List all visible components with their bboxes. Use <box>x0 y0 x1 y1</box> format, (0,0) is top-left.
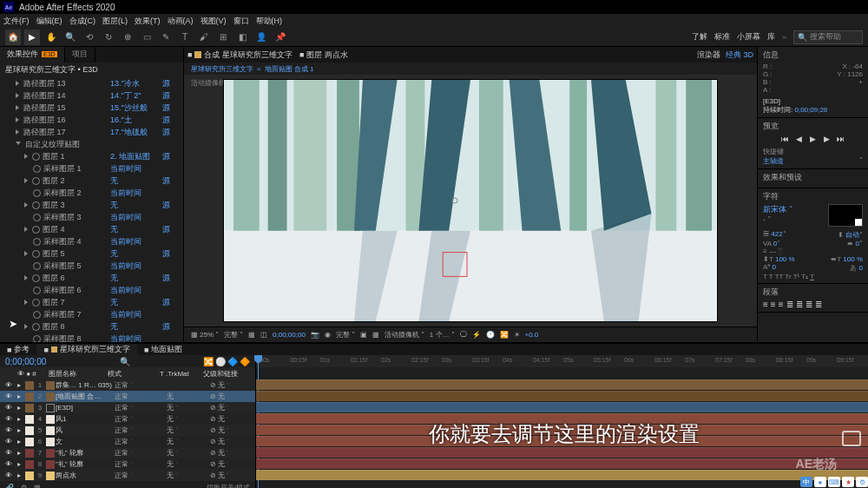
layer-row-2[interactable]: 👁▸2[地面贴图 合…正常˅无˅⊘ 无˅ <box>0 391 255 402</box>
prop-图层 2[interactable]: 图层 2无源 <box>0 175 183 187</box>
brush-tool[interactable]: 🖌 <box>196 30 212 45</box>
prop-图层 7[interactable]: 图层 7无源 <box>0 296 183 308</box>
menu-help[interactable]: 帮助(H) <box>256 16 283 27</box>
layer-row-3[interactable]: 👁▸3[E3D]正常˅无˅⊘ 无˅ <box>0 402 255 413</box>
prop-路径图层 13[interactable]: 路径图层 1313."冷水源 <box>0 77 183 89</box>
selection-tool[interactable]: ▶ <box>24 30 40 45</box>
quality-dropdown[interactable]: 完整 ˅ <box>336 330 355 340</box>
grid-toggle[interactable]: ▦ <box>248 331 255 339</box>
justify-center-btn[interactable]: ≣ <box>796 300 803 309</box>
fast-preview-btn[interactable]: ⚡ <box>472 331 481 339</box>
color-swatch[interactable] <box>828 204 863 227</box>
vscale[interactable]: 100 % <box>775 255 795 263</box>
comp-render[interactable] <box>223 79 718 322</box>
tl-opt4[interactable]: 🔶 <box>240 357 250 366</box>
ime-btn1[interactable]: ● <box>814 477 826 487</box>
viewer[interactable]: 活动摄像机 <box>184 75 757 326</box>
tracking[interactable]: 0 <box>856 240 859 247</box>
prop-自定义纹理贴图[interactable]: 自定义纹理贴图 <box>0 138 183 150</box>
tl-toggle-fx[interactable]: ⚙ <box>21 484 27 489</box>
workspace-standard[interactable]: 标准 <box>714 31 730 43</box>
menu-edit[interactable]: 编辑(E) <box>36 16 62 27</box>
layer-row-1[interactable]: 👁▸1群集… 1 R… 035)正常˅⊘ 无˅ <box>0 379 255 391</box>
ime-btn4[interactable]: ⚙ <box>856 477 868 487</box>
toggle-switches[interactable]: 切换开关/模式 <box>207 483 250 489</box>
zoom-dropdown[interactable]: ▦ 25% ˅ <box>191 331 219 339</box>
roto-tool[interactable]: 👤 <box>253 30 269 45</box>
current-time[interactable]: 0;00;00;00 <box>5 357 46 366</box>
flowchart-btn[interactable]: 🔀 <box>500 331 509 339</box>
eraser-tool[interactable]: ◧ <box>234 30 250 45</box>
region-btn[interactable]: ▣ <box>360 331 367 339</box>
font-size[interactable]: 422 <box>771 230 782 238</box>
ime-lang[interactable]: 中 <box>800 477 812 487</box>
align-right-btn[interactable]: ≡ <box>779 300 784 309</box>
justify-all-btn[interactable]: ≣ <box>815 300 822 309</box>
play-btn[interactable]: ▶ <box>807 134 819 144</box>
tl-tab-tex[interactable]: ■ 地面贴图 <box>137 344 189 355</box>
snapshot-btn[interactable]: 📷 <box>311 331 319 339</box>
orbit-tool[interactable]: ⟲ <box>82 30 97 45</box>
tab-project[interactable]: 项目 <box>65 47 95 63</box>
tl-search[interactable]: 🔍 <box>120 357 130 366</box>
prop-图层 4[interactable]: 图层 4无源 <box>0 223 183 235</box>
tl-opt3[interactable]: 🔷 <box>227 357 238 366</box>
puppet-tool[interactable]: 📌 <box>273 30 288 45</box>
exposure-btn[interactable]: ☀ <box>514 331 520 339</box>
layer-row-7[interactable]: 👁▸7"礼" 轮廓正常˅无˅⊘ 无˅ <box>0 447 255 458</box>
transparency-btn[interactable]: ▦ <box>372 331 379 339</box>
timeline-btn[interactable]: 🕐 <box>486 331 495 339</box>
stamp-tool[interactable]: ⊞ <box>215 30 231 45</box>
align-center-btn[interactable]: ≡ <box>771 300 776 309</box>
prop-图层 1[interactable]: 图层 12. 地面贴图源 <box>0 150 183 162</box>
comp-tab-layer[interactable]: ■ 图层 两点水 <box>299 49 348 61</box>
hscale[interactable]: 100 % <box>843 255 863 263</box>
rect-tool[interactable]: ▭ <box>139 30 155 45</box>
renderer-value[interactable]: 经典 3D <box>726 49 753 61</box>
menu-window[interactable]: 窗口 <box>233 16 249 27</box>
zoom-tool[interactable]: 🔍 <box>62 30 78 45</box>
fx-presets-panel[interactable]: 效果和预设 <box>758 169 868 188</box>
anchor-tool[interactable]: ⊕ <box>120 30 135 45</box>
tsume[interactable]: 0 <box>859 264 863 272</box>
prop-采样图层 8[interactable]: 采样图层 8当前时间 <box>0 333 183 342</box>
workspace-learn[interactable]: 了解 <box>692 31 707 43</box>
menu-file[interactable]: 文件(F) <box>3 16 30 27</box>
tl-opt2[interactable]: ⚪ <box>215 357 226 366</box>
camera-dropdown[interactable]: 活动摄像机 ˅ <box>385 330 424 340</box>
prop-路径图层 14[interactable]: 路径图层 1414."丁 2"源 <box>0 89 183 102</box>
layer-row-8[interactable]: 👁▸8"礼" 轮廓正常˅无˅⊘ 无˅ <box>0 458 255 470</box>
hand-tool[interactable]: ✋ <box>43 30 59 45</box>
tl-toggle-shy[interactable]: 🔗 <box>5 484 14 489</box>
prop-图层 5[interactable]: 图层 5无源 <box>0 247 183 260</box>
workspace-lib[interactable]: 库 <box>767 31 775 43</box>
prop-采样图层 6[interactable]: 采样图层 6当前时间 <box>0 284 183 296</box>
pen-tool[interactable]: ✎ <box>158 30 174 45</box>
justify-right-btn[interactable]: ≣ <box>806 300 812 309</box>
tl-opt1[interactable]: 🔀 <box>203 357 214 366</box>
leading[interactable]: 自动 <box>845 231 859 239</box>
prop-路径图层 17[interactable]: 路径图层 1717."地毯般源 <box>0 126 183 138</box>
track-bar-4[interactable] <box>256 413 868 424</box>
timeline-tracks[interactable]: 00s00:15f01s01:15f02s02:15f03s03:15f04s0… <box>256 355 868 488</box>
prop-图层 6[interactable]: 图层 6无源 <box>0 272 183 284</box>
mask-toggle[interactable]: ◫ <box>260 331 267 339</box>
tl-tab-main[interactable]: ■ 星球研究所三维文字 <box>36 344 136 355</box>
next-frame-btn[interactable]: ▶ <box>821 134 833 144</box>
track-bar-5[interactable] <box>256 425 868 435</box>
res-dropdown[interactable]: 完整 ˅ <box>224 330 243 340</box>
menu-layer[interactable]: 图层(L) <box>102 16 128 27</box>
ime-btn2[interactable]: ⌨ <box>828 477 840 487</box>
tab-effect-controls[interactable]: 效果控件E3D <box>0 47 65 63</box>
menu-effect[interactable]: 效果(T) <box>135 16 161 27</box>
paragraph-panel[interactable]: 段落 ≡ ≡ ≡ ≣ ≣ ≣ ≣ <box>758 284 868 313</box>
prop-采样图层 3[interactable]: 采样图层 3当前时间 <box>0 211 183 223</box>
track-bar-3[interactable] <box>256 402 868 412</box>
menu-comp[interactable]: 合成(C) <box>69 16 96 27</box>
tl-toggle-frame[interactable]: ▦ <box>34 484 41 489</box>
align-left-btn[interactable]: ≡ <box>763 300 768 309</box>
layer-row-9[interactable]: 👁▸9两点水正常˅无˅⊘ 无˅ <box>0 470 255 481</box>
track-bar-6[interactable] <box>256 436 868 446</box>
kerning[interactable]: 0 <box>773 240 777 247</box>
exposure-value[interactable]: +0.0 <box>525 331 539 339</box>
